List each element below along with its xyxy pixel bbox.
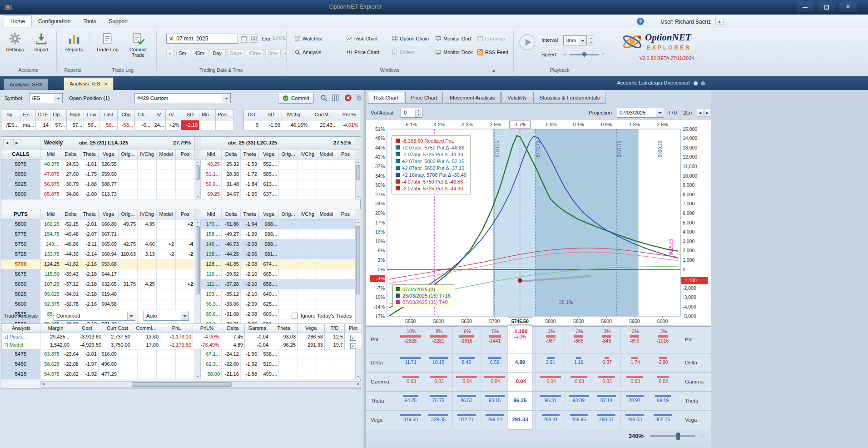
trading-date-field[interactable]: vi. 07 mar. 2025 [166,34,238,44]
time-nav-5m-[interactable]: 5m- [176,49,190,57]
scrollbar-thumb[interactable] [356,226,360,294]
import-button[interactable]: Import [29,32,54,66]
window-toggle-monitor-dock[interactable]: Monitor Dock [435,49,473,57]
grid-icon[interactable] [250,35,258,43]
time-nav-day-[interactable]: Day- [210,49,226,57]
reports-button[interactable]: Reports [61,32,87,66]
settings-button[interactable]: Settings [3,32,27,66]
strategy-select[interactable]: #429 Custom [134,93,231,103]
commit-button[interactable]: Commit [278,93,314,104]
table-row[interactable]: 9-1.9946.16%29,43...-4.01% [244,120,360,130]
scrollbar-horizontal[interactable]: ◀▶ [40,381,361,388]
trade-log-button[interactable]: Trade Log [94,32,121,66]
projection-prev-icon[interactable]: ◀ [697,109,703,117]
trade-analysis-mode-select[interactable]: Combined [54,311,135,321]
close-icon[interactable]: ✕ [104,81,108,86]
chain-row[interactable]: 597540.37524.53-1.61526.5543.2525.32-1.5… [1,159,360,169]
time-nav-5m+[interactable]: 5m+ [265,49,281,57]
scrollbar-thumb[interactable] [196,226,200,294]
chain-row[interactable]: 542554.375-20.62-1.92477.2958.00-21.16-1… [1,369,360,379]
checkbox[interactable] [292,313,298,319]
interval-select[interactable]: 30m [563,35,587,45]
interval-spinner[interactable]: ▲▼ [588,35,594,45]
dialog-launcher-icon[interactable]: ◢ [491,68,495,73]
time-nav-45m-[interactable]: 45m- [192,49,208,57]
scrollbar-thumb[interactable] [356,165,360,180]
commit-trade-button[interactable]: Commit Trade [124,32,153,66]
chain-row[interactable]: 5725133.75-44.30-2.14660.94110.633.13-2-… [1,249,360,259]
scroll-down-icon[interactable]: ▼ [195,195,200,198]
window-toggle-analysis[interactable]: Analysis [294,49,321,57]
maximize-button[interactable] [818,2,835,12]
chain-row[interactable]: 562599.625-34.91-2.18619.40103....-35.12… [1,289,360,299]
speed-slider-thumb[interactable] [581,51,587,57]
ribbon-collapse-icon[interactable]: ▲ [715,18,724,25]
prev-expiry-icon[interactable]: ◀ [3,139,10,146]
window-toggle-watchlist[interactable]: Watchlist [294,35,322,44]
chain-row[interactable]: 590065.87534.06-2.00613.7369.2534.67-1.9… [1,189,360,199]
spin-down-icon[interactable]: ▼ [415,113,422,117]
plot-checkbox[interactable]: ✓ [350,335,356,341]
tab-analysis-spx[interactable]: Analysis: SPX [4,79,48,90]
window-toggle-risk-chart[interactable]: Risk Chart [346,35,377,44]
chain-row[interactable]: 560092.375-32.78-2.16604.5896.3...-33.06… [1,299,360,309]
expand-icon[interactable]: + [4,335,8,339]
scrollbar-thumb[interactable] [132,382,232,387]
projection-next-icon[interactable]: ▶ [704,109,710,117]
zoom-slider[interactable] [650,435,695,437]
window-toggle-option-chain[interactable]: Option Chain [392,35,429,44]
window-toggle-price-chart[interactable]: Price Chart [346,49,379,57]
scroll-right-icon[interactable]: ▶ [357,382,360,386]
chain-row[interactable]: 592556.37530.79-1.88588.7759.6...31.48-1… [1,179,360,189]
menu-tab-configuration[interactable]: Configuration [32,16,77,27]
search-icon[interactable] [320,94,328,102]
tab-analysis-es[interactable]: Analysis: /ES✕ [64,77,114,90]
speed-minus-icon[interactable]: − [563,51,566,57]
chain-row[interactable]: 595047.87527.60-1.75559.5051.1...28.38-1… [1,169,360,179]
trade-analysis-auto-select[interactable]: Auto [144,311,189,321]
zoom-plus-icon[interactable]: + [700,432,704,438]
tab-risk-chart[interactable]: Risk Chart [368,92,404,104]
scrollbar-vertical[interactable]: ▲▼ [195,159,201,199]
forward-icon[interactable]: » [282,49,289,57]
scroll-down-icon[interactable]: ▼ [356,375,361,378]
chain-row[interactable]: 5700124.25-41.82-2.16653.68128....-41.85… [1,259,360,269]
rewind-icon[interactable]: « [166,49,174,57]
spin-up-icon[interactable]: ▲ [415,109,422,113]
minimize-button[interactable] [797,2,814,12]
expand-icon[interactable]: + [4,343,8,347]
delete-icon[interactable] [344,94,352,102]
zoom-slider-thumb[interactable] [676,433,680,440]
window-toggle-rss-feed[interactable]: RSS Feed [477,49,508,57]
tab-movement-analysis[interactable]: Movement Analysis [444,92,501,104]
projection-date-select[interactable]: 07/03/2025 [617,108,664,118]
symbol-select[interactable]: /ES [29,93,63,103]
chain-row[interactable]: 5650107.25-37.12-2.18632.6531.754.25+211… [1,279,360,289]
grid-icon[interactable] [332,94,340,102]
scroll-down-icon[interactable]: ▼ [356,195,361,198]
chain-row[interactable]: 5750143....-46.86-2.11665.6942.754.66+2-… [1,239,360,249]
scrollbar-vertical[interactable]: ▲▼ [355,219,361,379]
speed-slider[interactable] [570,54,599,55]
menu-tab-tools[interactable]: Tools [77,16,102,27]
window-toggle-monitor-grid[interactable]: Monitor Grid [435,35,471,44]
tab-volatility[interactable]: Volatility [501,92,532,104]
scroll-up-icon[interactable]: ▲ [356,161,361,164]
scrollbar-vertical[interactable]: ▲▼ [195,219,201,379]
menu-tab-support[interactable]: Support [102,16,134,27]
scroll-up-icon[interactable]: ▲ [356,221,361,224]
chain-row[interactable]: 5800166.25-52.15-2.01666.8049.754.95+217… [1,219,360,229]
table-row[interactable]: /ES...ma...1457...57...56...56...-53...-… [2,120,234,130]
time-nav-45m+[interactable]: 45m+ [246,49,264,57]
plot-checkbox[interactable]: ✓ [350,343,356,349]
chain-row[interactable]: 545058.625-22.08-1.97496.6062.3...-22.60… [1,359,360,369]
table-row[interactable]: +Positi...29,435...-3,913.602,737.5013.6… [2,333,362,341]
vol-adjust-spinner[interactable]: 0▲▼ [401,108,422,118]
ignore-trades-checkbox[interactable] [292,313,298,319]
window-toggle-earnings[interactable]: Earnings [477,35,505,44]
speed-plus-icon[interactable]: + [601,51,605,57]
play-button[interactable] [519,34,536,51]
next-expiry-icon[interactable]: ▶ [13,139,20,146]
scrollbar-thumb[interactable] [196,165,200,180]
scroll-down-icon[interactable]: ▼ [195,375,200,378]
